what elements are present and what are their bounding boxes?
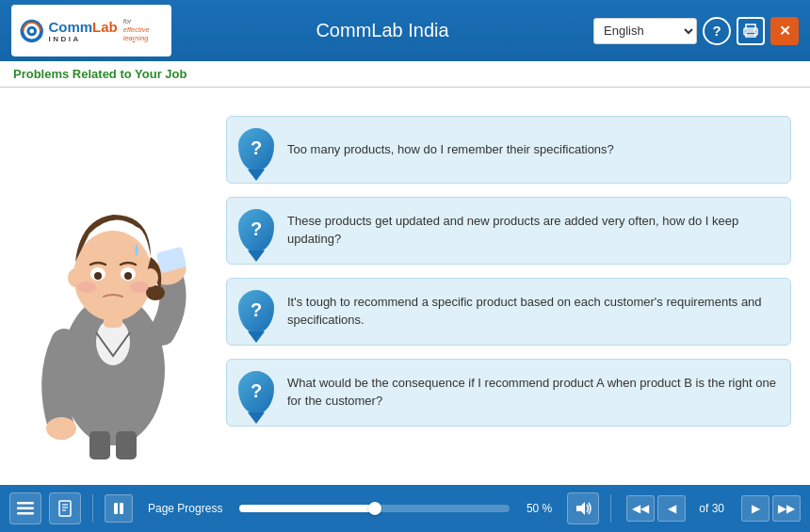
character-illustration — [28, 125, 198, 464]
pin-shape-4: ? — [238, 371, 274, 414]
menu-icon — [17, 502, 34, 515]
progress-label: Page Progress — [148, 502, 222, 515]
svg-rect-29 — [59, 501, 71, 516]
pin-shape-2: ? — [238, 209, 274, 252]
svg-rect-26 — [17, 502, 34, 505]
svg-rect-27 — [17, 508, 34, 510]
menu-button[interactable] — [9, 492, 41, 524]
notes-button[interactable] — [49, 492, 81, 524]
commlab-logo-icon — [19, 14, 44, 48]
page-title: Problems Related to Your Job — [13, 67, 186, 81]
play-pause-button[interactable] — [105, 494, 133, 523]
svg-rect-4 — [746, 24, 755, 30]
language-selector[interactable]: English French Spanish — [593, 18, 697, 44]
nav-prev-button[interactable]: ◀ — [657, 495, 686, 522]
question-icon-1: ? — [236, 126, 276, 173]
close-button[interactable]: ✕ — [770, 17, 799, 45]
footer: Page Progress 50 % ◀◀ ◀ of 30 ▶ ▶▶ — [0, 485, 810, 532]
notes-icon — [57, 500, 73, 517]
progress-bar[interactable] — [239, 505, 510, 512]
svg-rect-28 — [17, 512, 34, 515]
subheader: Problems Related to Your Job — [0, 61, 810, 88]
svg-point-23 — [130, 282, 149, 293]
svg-rect-24 — [89, 431, 110, 459]
question-item-2: ? These products get updated and new pro… — [226, 197, 791, 265]
print-button[interactable] — [737, 17, 765, 45]
pin-shape-3: ? — [238, 290, 274, 333]
main-content: ? Too many products, how do I remember t… — [0, 88, 810, 485]
svg-point-15 — [146, 285, 165, 300]
svg-rect-25 — [116, 431, 137, 459]
help-button[interactable]: ? — [703, 17, 731, 45]
svg-point-21 — [124, 272, 132, 280]
svg-point-3 — [29, 28, 34, 33]
print-icon — [743, 24, 758, 39]
question-text-3: It's tough to recommend a specific produ… — [287, 294, 777, 330]
question-text-1: Too many products, how do I remember the… — [287, 141, 614, 159]
header-controls: English French Spanish ? ✕ — [593, 17, 799, 45]
question-text-4: What would be the consequence if I recom… — [287, 375, 777, 411]
svg-point-12 — [46, 417, 76, 440]
nav-next-button[interactable]: ▶ — [741, 495, 770, 522]
nav-controls-next: ▶ ▶▶ — [741, 495, 801, 522]
progress-bar-thumb — [368, 502, 381, 515]
footer-divider-2 — [610, 494, 611, 523]
svg-rect-34 — [120, 503, 123, 514]
question-text-2: These products get updated and new produ… — [287, 213, 777, 249]
question-item-3: ? It's tough to recommend a specific pro… — [226, 278, 791, 346]
nav-last-button[interactable]: ▶▶ — [772, 495, 801, 522]
header: CommLab INDIA for effective learning Com… — [0, 0, 810, 61]
question-item-4: ? What would be the consequence if I rec… — [226, 359, 791, 427]
questions-section: ? Too many products, how do I remember t… — [226, 106, 791, 427]
svg-point-14 — [73, 231, 153, 321]
nav-controls: ◀◀ ◀ — [626, 495, 686, 522]
question-icon-2: ? — [236, 207, 276, 254]
volume-icon — [575, 501, 591, 516]
volume-button[interactable] — [567, 492, 599, 524]
question-icon-3: ? — [236, 288, 276, 335]
svg-rect-7 — [753, 29, 755, 31]
nav-first-button[interactable]: ◀◀ — [626, 495, 655, 522]
header-title: CommLab India — [171, 20, 593, 41]
pause-icon — [112, 502, 125, 515]
progress-bar-fill — [239, 505, 374, 512]
svg-point-22 — [77, 282, 96, 293]
character-section — [19, 106, 207, 464]
footer-divider-1 — [92, 494, 93, 523]
pin-shape-1: ? — [238, 128, 274, 171]
svg-rect-33 — [114, 503, 118, 514]
svg-point-20 — [94, 272, 102, 280]
question-icon-4: ? — [236, 369, 276, 416]
progress-percent: 50 % — [526, 502, 552, 515]
svg-marker-35 — [576, 502, 585, 515]
question-item-1: ? Too many products, how do I remember t… — [226, 116, 791, 184]
page-indicator: of 30 — [699, 502, 724, 515]
logo-container: CommLab INDIA for effective learning — [11, 5, 171, 56]
